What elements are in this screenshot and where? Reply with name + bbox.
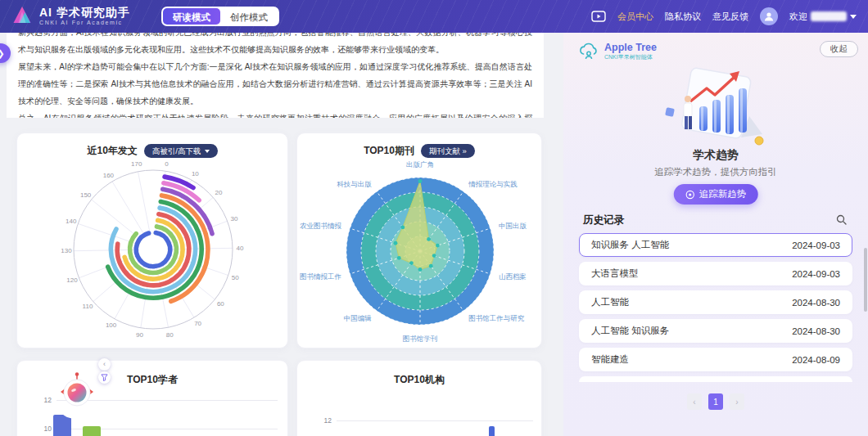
- svg-text:情报理论与实践: 情报理论与实践: [468, 180, 518, 188]
- history-search-icon[interactable]: [836, 214, 847, 228]
- history-item-partial[interactable]: [579, 376, 852, 382]
- card-title-institutions: TOP10机构: [394, 373, 445, 387]
- nav-feedback[interactable]: 意见反馈: [712, 11, 748, 23]
- apple-tree-logo: Apple Tree CNKI苹果树智能体: [578, 40, 657, 61]
- card-title-journals: TOP10期刊: [364, 144, 414, 158]
- history-item-date: 2024-08-30: [792, 298, 840, 308]
- highcite-download-dropdown[interactable]: 高被引/高下载: [144, 144, 218, 158]
- history-item-label: 知识服务 人工智能: [591, 239, 669, 251]
- svg-text:科技与出版: 科技与出版: [337, 180, 372, 188]
- svg-text:图书馆工作与研究: 图书馆工作与研究: [468, 314, 525, 322]
- pagination-next-button[interactable]: ›: [730, 393, 744, 410]
- bar: [489, 426, 495, 436]
- history-item[interactable]: 知识服务 人工智能2024-09-03: [579, 233, 852, 257]
- mode-tabs: 研读模式 创作模式: [161, 7, 279, 26]
- card-top10-journals: TOP10期刊 期刊文献 » 出版广角情报理论与实践中国出版山西档案图书馆工作与…: [296, 133, 542, 348]
- history-item-label: 大语言模型: [591, 267, 639, 280]
- y-tick-label: 12: [314, 416, 332, 425]
- history-item-label: 人工智能: [591, 296, 629, 308]
- history-pagination: ‹ 1 ›: [563, 393, 868, 410]
- card-title-scholars: TOP10学者: [127, 373, 178, 387]
- analysis-paragraph: 总之，AI在知识服务领域的学术研究正处于快速发展阶段，未来的研究将更加注重技术的…: [18, 110, 532, 118]
- svg-text:10: 10: [192, 170, 199, 178]
- logo-triangle-icon: [11, 5, 33, 28]
- svg-text:0: 0: [165, 160, 169, 168]
- history-item-date: 2024-09-03: [792, 269, 840, 279]
- svg-text:30: 30: [231, 215, 238, 222]
- history-item-label: 智能建造: [591, 353, 629, 366]
- pub10-polar-chart: 0102030405060708090100110120130140150160…: [17, 158, 288, 343]
- history-item-label: 人工智能 知识服务: [591, 325, 669, 337]
- caret-down-icon: [850, 15, 857, 19]
- history-item[interactable]: 人工智能2024-08-30: [579, 290, 852, 314]
- history-section-title: 历史记录: [583, 214, 624, 227]
- user-avatar[interactable]: [760, 7, 778, 25]
- history-item-date: 2024-09-03: [792, 240, 840, 250]
- trend-illustration: [654, 65, 777, 151]
- svg-text:140: 140: [66, 218, 77, 225]
- app-header: AI 学术研究助手 CNKI AI For Academic 研读模式 创作模式…: [0, 0, 868, 33]
- trend-description: 追踪学术趋势，提供方向指引: [563, 166, 868, 178]
- pagination-prev-button[interactable]: ‹: [687, 393, 702, 410]
- y-tick-label: 12: [34, 396, 52, 404]
- svg-text:60: 60: [217, 300, 224, 308]
- history-item[interactable]: 人工智能 知识服务2024-08-30: [579, 319, 852, 343]
- analysis-paragraph: 展望未来，AI的学术趋势可能会集中在以下几个方面:一是深化 AI技术在知识服务领…: [18, 58, 532, 110]
- svg-text:110: 110: [83, 303, 93, 310]
- svg-text:150: 150: [80, 191, 92, 199]
- app-logo: AI 学术研究助手 CNKI AI For Academic: [11, 5, 130, 28]
- svg-text:20: 20: [215, 189, 223, 196]
- history-item[interactable]: 智能建造2024-08-09: [579, 348, 852, 371]
- svg-text:120: 120: [66, 276, 78, 284]
- svg-text:70: 70: [194, 320, 201, 327]
- svg-text:130: 130: [61, 247, 72, 254]
- svg-text:170: 170: [131, 160, 142, 168]
- svg-text:农业图书情报: 农业图书情报: [300, 222, 342, 230]
- track-new-trends-button[interactable]: 追踪新趋势: [674, 184, 758, 205]
- redacted-username: [811, 11, 847, 21]
- mascot-collapse-button[interactable]: ‹: [98, 358, 111, 371]
- funnel-icon: [101, 374, 108, 381]
- svg-text:80: 80: [166, 331, 174, 339]
- agent-name: Apple Tree: [604, 42, 657, 53]
- card-title-publications: 近10年发文: [88, 144, 138, 158]
- svg-text:出版广角: 出版广角: [406, 160, 434, 169]
- video-tutorial-icon[interactable]: [591, 11, 606, 22]
- radar-target-icon: [685, 190, 695, 200]
- ai-assistant-mascot[interactable]: [54, 371, 100, 423]
- history-item-date: 2024-08-30: [792, 326, 840, 336]
- nav-member-center[interactable]: 会员中心: [617, 11, 653, 23]
- trend-title: 学术趋势: [563, 148, 868, 163]
- collapse-sidebar-button[interactable]: 收起: [820, 41, 858, 57]
- app-title: AI 学术研究助手: [39, 7, 130, 19]
- svg-text:图书馆学刊: 图书馆学刊: [403, 335, 438, 343]
- nav-privacy-policy[interactable]: 隐私协议: [665, 11, 701, 23]
- welcome-text[interactable]: 欢迎: [789, 11, 857, 23]
- card-top10-institutions: TOP10机构 12: [296, 360, 542, 436]
- dropdown-caret-icon: [205, 150, 210, 153]
- card-publications-10yr: 近10年发文 高被引/高下载 0102030405060708090100110…: [16, 133, 288, 348]
- svg-text:山西档案: 山西档案: [499, 272, 527, 281]
- pagination-page-1[interactable]: 1: [708, 393, 723, 410]
- vertical-scrollbar[interactable]: [864, 248, 867, 312]
- svg-text:160: 160: [103, 172, 115, 179]
- history-item[interactable]: 大语言模型2024-09-03: [579, 262, 852, 285]
- trend-sidebar: Apple Tree CNKI苹果树智能体 收起: [563, 33, 868, 436]
- analysis-paragraph: 新兴趋势方面，AI技术在知识服务领域的研究已经成为出版行业的热点方向，包括智能推…: [18, 33, 532, 58]
- svg-text:图书情报工作: 图书情报工作: [300, 272, 341, 281]
- history-item-date: 2024-08-09: [792, 355, 840, 365]
- svg-text:90: 90: [136, 331, 143, 339]
- svg-text:中国出版: 中国出版: [499, 222, 527, 230]
- journals-radar-chart: 出版广角情报理论与实践中国出版山西档案图书馆工作与研究图书馆学刊中国编辑图书情报…: [297, 158, 542, 343]
- tab-create-mode[interactable]: 创作模式: [220, 8, 278, 25]
- svg-text:100: 100: [106, 321, 117, 329]
- journal-literature-link[interactable]: 期刊文献 »: [421, 144, 475, 158]
- svg-text:中国编辑: 中国编辑: [344, 314, 372, 322]
- svg-text:40: 40: [237, 245, 244, 252]
- svg-text:50: 50: [232, 274, 239, 281]
- tab-read-mode[interactable]: 研读模式: [163, 8, 220, 25]
- mascot-filter-button[interactable]: [98, 371, 111, 384]
- y-gridline: [337, 420, 533, 421]
- y-tick-label: 10: [34, 425, 52, 433]
- bar: [83, 426, 101, 436]
